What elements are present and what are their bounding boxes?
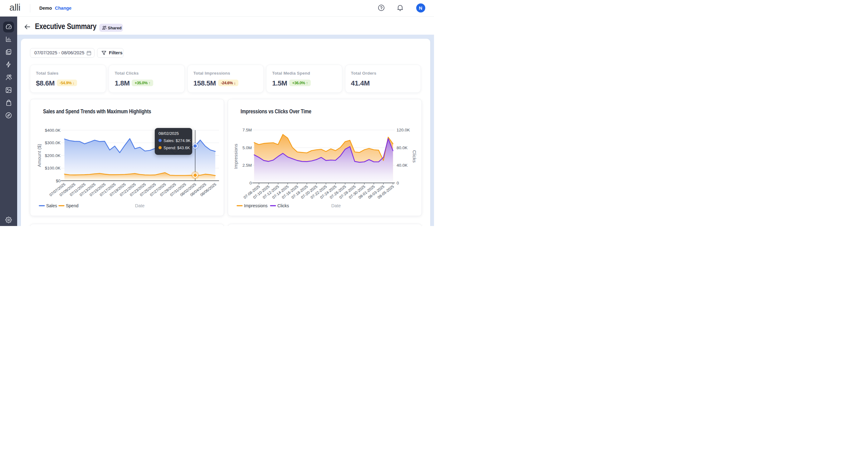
svg-text:80.0K: 80.0K: [397, 146, 407, 150]
svg-text:Impressions: Impressions: [233, 144, 238, 169]
svg-text:$0: $0: [56, 179, 61, 183]
svg-text:0: 0: [249, 181, 252, 185]
svg-text:Sales: Sales: [46, 203, 57, 208]
svg-text:120.0K: 120.0K: [397, 128, 410, 132]
svg-text:2.5M: 2.5M: [242, 163, 251, 168]
svg-text:5.0M: 5.0M: [242, 146, 251, 150]
svg-text:$400.0K: $400.0K: [45, 128, 61, 133]
svg-text:$200.0K: $200.0K: [45, 153, 61, 158]
svg-text:0: 0: [397, 181, 399, 185]
svg-text:$300.0K: $300.0K: [45, 141, 61, 145]
svg-text:Date: Date: [331, 203, 341, 208]
svg-text:7.5M: 7.5M: [242, 128, 251, 132]
svg-text:40.0K: 40.0K: [397, 163, 407, 168]
svg-text:Clicks: Clicks: [412, 150, 417, 163]
svg-text:Date: Date: [135, 203, 145, 208]
svg-text:$100.0K: $100.0K: [45, 166, 61, 171]
svg-text:Spend: Spend: [66, 203, 78, 208]
svg-text:Amount ($): Amount ($): [36, 144, 42, 167]
svg-text:Impressions: Impressions: [244, 203, 268, 208]
svg-text:Clicks: Clicks: [277, 203, 289, 208]
